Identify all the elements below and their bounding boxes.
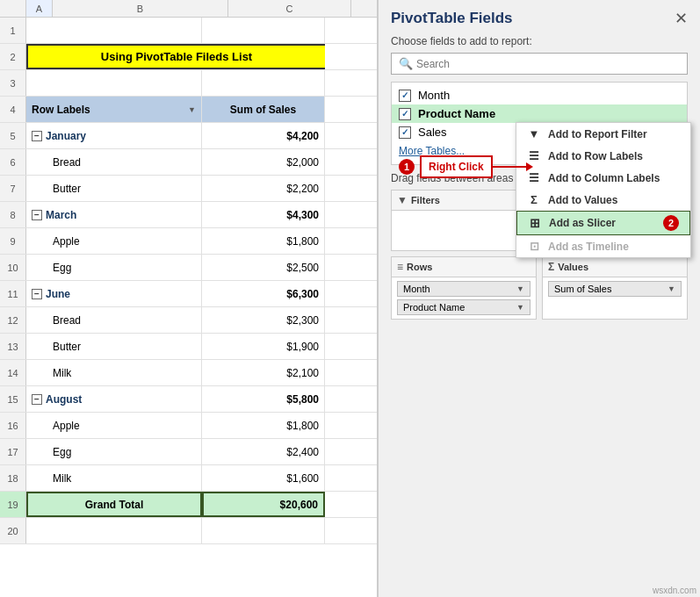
spreadsheet-title: Using PivotTable Fileds List (26, 44, 325, 69)
columns-icon: ☰ (525, 171, 543, 184)
right-click-label: Right Click (420, 155, 493, 178)
col-header-b: B (53, 0, 228, 17)
rows-icon: ☰ (525, 149, 543, 162)
pivot-panel: PivotTable Fields ✕ Choose fields to add… (378, 0, 700, 597)
table-row: 16 Apple $1,800 (0, 413, 377, 439)
ctx-add-timeline: ⊡ Add as Timeline (516, 235, 690, 257)
rows-tag-month-arrow[interactable]: ▼ (516, 284, 524, 293)
badge-2: 2 (663, 215, 679, 231)
table-row: 17 Egg $2,400 (0, 439, 377, 465)
filters-icon: ▼ (397, 194, 408, 206)
ctx-add-row-labels[interactable]: ☰ Add to Row Labels (516, 145, 690, 167)
sigma-icon: Σ (525, 193, 543, 206)
fields-list: Month Product Name 1 Right Click ▼ Add t… (391, 82, 688, 165)
ctx-add-values[interactable]: Σ Add to Values (516, 189, 690, 211)
badge-1: 1 (399, 159, 415, 175)
collapse-icon[interactable]: − (32, 289, 42, 299)
field-item-month[interactable]: Month (392, 86, 687, 104)
column-headers: A B C (0, 0, 377, 18)
table-row: 4 Row Labels ▼ Sum of Sales (0, 97, 377, 123)
table-row: 10 Egg $2,500 (0, 255, 377, 281)
table-row: 9 Apple $1,800 (0, 228, 377, 255)
field-label-month: Month (418, 89, 450, 102)
spreadsheet-grid: 1 2 Using PivotTable Fileds List 3 4 Row… (0, 18, 377, 597)
values-tag-arrow[interactable]: ▼ (668, 284, 675, 293)
rows-tag-month[interactable]: Month ▼ (397, 281, 530, 297)
right-click-annotation: 1 Right Click (399, 155, 528, 178)
search-icon: 🔍 (399, 57, 413, 70)
table-row: 13 Butter $1,900 (0, 334, 377, 360)
table-row: 3 (0, 70, 377, 97)
search-box[interactable]: 🔍 (391, 53, 688, 75)
field-label-sales: Sales (418, 126, 447, 139)
table-row: 11 − June $6,300 (0, 281, 377, 307)
search-input[interactable] (416, 58, 680, 70)
sum-of-sales-header: Sum of Sales (202, 97, 325, 122)
field-label-product-name: Product Name (418, 107, 495, 120)
pivot-panel-title: PivotTable Fields (391, 10, 513, 27)
values-zone[interactable]: Σ Values Sum of Sales ▼ (542, 256, 688, 320)
rows-zone[interactable]: ≡ Rows Month ▼ Product Name ▼ (391, 256, 537, 320)
table-row: 8 − March $4,300 (0, 202, 377, 228)
table-row: 12 Bread $2,300 (0, 307, 377, 334)
table-row: 6 Bread $2,000 (0, 149, 377, 176)
table-row: 7 Butter $2,200 (0, 176, 377, 202)
field-checkbox-product-name[interactable] (399, 108, 411, 120)
row-labels-header: Row Labels ▼ (26, 97, 202, 122)
filters-label: Filters (411, 195, 440, 205)
spreadsheet-area: A B C 1 2 Using PivotTable Fileds List 3… (0, 0, 378, 597)
timeline-icon: ⊡ (525, 240, 543, 253)
ctx-add-column-labels[interactable]: ☰ Add to Column Labels (516, 167, 690, 189)
col-header-a: A (26, 0, 53, 17)
field-checkbox-sales[interactable] (399, 126, 411, 139)
filter-icon: ▼ (525, 127, 543, 140)
collapse-icon[interactable]: − (32, 394, 42, 405)
grand-total-value: $20,600 (202, 492, 325, 517)
table-row: 5 − January $4,200 (0, 123, 377, 149)
collapse-icon[interactable]: − (32, 210, 42, 220)
values-icon: Σ (548, 261, 554, 273)
values-label: Values (558, 262, 588, 272)
field-item-product-name[interactable]: Product Name 1 Right Click ▼ Add to Repo… (392, 104, 687, 123)
pivot-panel-subtitle: Choose fields to add to report: (379, 33, 700, 53)
collapse-icon[interactable]: − (32, 131, 42, 141)
values-tag-sum-of-sales[interactable]: Sum of Sales ▼ (548, 281, 682, 297)
dropdown-arrow-icon[interactable]: ▼ (188, 105, 196, 114)
rows-tag-month-label: Month (403, 284, 430, 294)
watermark: wsxdn.com (653, 586, 696, 595)
callout-arrow (493, 166, 528, 168)
grand-total-row: 19 Grand Total $20,600 (0, 492, 377, 518)
rows-label: Rows (407, 262, 432, 272)
values-tag-label: Sum of Sales (554, 284, 611, 294)
context-menu: ▼ Add to Report Filter ☰ Add to Row Labe… (516, 122, 691, 258)
pivot-title-bar: PivotTable Fields ✕ (379, 0, 700, 33)
table-row: 1 (0, 18, 377, 44)
rows-tag-product-label: Product Name (403, 302, 465, 313)
pivot-close-button[interactable]: ✕ (675, 9, 688, 28)
ctx-add-slicer[interactable]: ⊞ Add as Slicer 2 (516, 211, 690, 235)
table-row: 15 − August $5,800 (0, 386, 377, 413)
table-row: 2 Using PivotTable Fileds List (0, 44, 377, 70)
rows-tag-product-name[interactable]: Product Name ▼ (397, 299, 530, 315)
rows-tag-product-arrow[interactable]: ▼ (516, 303, 524, 312)
slicer-icon: ⊞ (526, 216, 544, 230)
table-row: 14 Milk $2,100 (0, 360, 377, 386)
rows-icon: ≡ (397, 261, 403, 273)
corner-cell (0, 0, 26, 17)
table-row: 20 (0, 518, 377, 544)
field-checkbox-month[interactable] (399, 90, 411, 102)
col-header-c: C (228, 0, 351, 17)
grand-total-label: Grand Total (26, 492, 202, 517)
ctx-add-report-filter[interactable]: ▼ Add to Report Filter (516, 123, 690, 145)
table-row: 18 Milk $1,600 (0, 465, 377, 492)
